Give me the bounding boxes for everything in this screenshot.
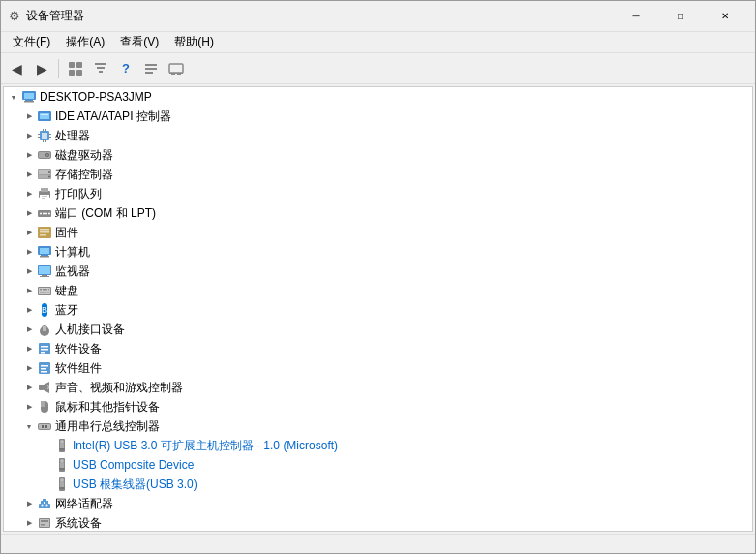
sysdev-icon: [37, 515, 52, 531]
tree-item-storage[interactable]: 存储控制器: [4, 165, 752, 184]
svg-rect-113: [41, 520, 48, 522]
svg-rect-69: [42, 292, 46, 293]
menu-file[interactable]: 文件(F): [5, 32, 58, 52]
audio-toggle[interactable]: [21, 380, 37, 395]
swcomp-label: 软件组件: [55, 360, 102, 377]
maximize-button[interactable]: □: [658, 1, 703, 32]
usb3-toggle: [39, 477, 54, 492]
minimize-button[interactable]: ─: [614, 1, 658, 32]
usb3-label: USB 根集线器(USB 3.0): [73, 477, 197, 493]
tree-item-cpu[interactable]: 处理器: [4, 126, 752, 145]
tree-item-mouse[interactable]: 鼠标和其他指针设备: [4, 397, 752, 416]
menu-help[interactable]: 帮助(H): [166, 32, 222, 52]
cpu-toggle[interactable]: [21, 128, 37, 143]
svg-point-49: [48, 213, 50, 215]
usb-toggle[interactable]: [21, 418, 37, 434]
tree-item-swcomp[interactable]: 软件组件: [4, 358, 752, 378]
ide-toggle[interactable]: [21, 108, 37, 124]
sw-toggle[interactable]: [21, 341, 37, 356]
hid-toggle[interactable]: [21, 322, 37, 337]
svg-rect-77: [41, 346, 48, 348]
usb2-toggle: [39, 457, 54, 473]
swcomp-toggle[interactable]: [21, 360, 37, 376]
net-label: 网络适配器: [55, 496, 113, 512]
monitor-toggle[interactable]: [21, 263, 37, 279]
root-toggle[interactable]: [6, 89, 21, 105]
com-toggle[interactable]: [21, 205, 37, 221]
svg-rect-81: [41, 365, 48, 367]
help-button[interactable]: ?: [114, 57, 137, 80]
tree-item-disk[interactable]: 磁盘驱动器: [4, 145, 752, 165]
net-toggle[interactable]: [21, 496, 37, 511]
svg-rect-30: [45, 140, 46, 142]
svg-rect-61: [40, 276, 49, 277]
svg-rect-79: [41, 352, 45, 354]
svg-rect-27: [43, 129, 44, 131]
device-tree[interactable]: DESKTOP-PSA3JMP IDE ATA/ATAPI 控制器: [3, 86, 753, 532]
svg-rect-1: [76, 62, 82, 68]
update-button[interactable]: [165, 57, 188, 80]
audio-label: 声音、视频和游戏控制器: [55, 380, 183, 396]
svg-rect-60: [42, 275, 47, 276]
properties-button[interactable]: [139, 57, 163, 80]
storage-toggle[interactable]: [21, 167, 37, 182]
svg-rect-57: [40, 256, 49, 258]
tree-item-sysdev[interactable]: 系统设备: [4, 513, 752, 532]
svg-rect-51: [40, 229, 49, 231]
tree-item-ide[interactable]: IDE ATA/ATAPI 控制器: [4, 107, 752, 126]
keyboard-label: 键盘: [55, 283, 78, 299]
tree-item-monitor[interactable]: 监视器: [4, 262, 752, 281]
computer-toggle[interactable]: [21, 244, 37, 260]
tree-item-print[interactable]: 打印队列: [4, 184, 752, 203]
close-button[interactable]: ✕: [703, 1, 747, 32]
back-button[interactable]: ◀: [5, 57, 28, 80]
sysdev-toggle[interactable]: [21, 515, 37, 531]
tree-item-computer[interactable]: 计算机: [4, 242, 752, 262]
tree-item-firmware[interactable]: 固件: [4, 223, 752, 242]
tree-item-usb1[interactable]: Intel(R) USB 3.0 可扩展主机控制器 - 1.0 (Microso…: [4, 436, 752, 455]
storage-icon: [37, 167, 52, 182]
tree-item-audio[interactable]: 声音、视频和游戏控制器: [4, 378, 752, 397]
svg-point-46: [40, 213, 42, 215]
mouse-toggle[interactable]: [21, 399, 37, 415]
title-buttons: ─ □ ✕: [614, 1, 747, 32]
svg-rect-52: [40, 231, 49, 233]
forward-button[interactable]: ▶: [30, 57, 53, 80]
tree-item-usb[interactable]: 通用串行总线控制器: [4, 416, 752, 436]
tree-item-sw[interactable]: 软件设备: [4, 339, 752, 358]
tree-item-hid[interactable]: 人机接口设备: [4, 320, 752, 339]
print-toggle[interactable]: [21, 186, 37, 201]
svg-rect-5: [97, 67, 105, 69]
hid-label: 人机接口设备: [55, 322, 125, 338]
firmware-toggle[interactable]: [21, 225, 37, 240]
keyboard-toggle[interactable]: [21, 283, 37, 298]
svg-rect-96: [59, 448, 65, 450]
svg-rect-64: [40, 289, 42, 291]
bt-label: 蓝牙: [55, 302, 78, 319]
svg-rect-16: [25, 100, 33, 101]
show-hidden-button[interactable]: [64, 57, 87, 80]
tree-item-net[interactable]: 网络适配器: [4, 494, 752, 513]
tree-item-usb3[interactable]: USB 根集线器(USB 3.0): [4, 475, 752, 494]
port-icon: [37, 205, 52, 221]
tree-item-usb2[interactable]: USB Composite Device: [4, 455, 752, 475]
window-icon: ⚙: [9, 10, 20, 22]
tree-item-com[interactable]: 端口 (COM 和 LPT): [4, 203, 752, 223]
toolbar-separator-1: [58, 59, 59, 78]
tree-item-keyboard[interactable]: 键盘: [4, 281, 752, 300]
menu-view[interactable]: 查看(V): [112, 32, 166, 52]
usb1-label: Intel(R) USB 3.0 可扩展主机控制器 - 1.0 (Microso…: [73, 438, 338, 454]
tree-item-bt[interactable]: B 蓝牙: [4, 300, 752, 320]
tree-root[interactable]: DESKTOP-PSA3JMP: [4, 87, 752, 107]
svg-rect-84: [39, 385, 44, 390]
computer-icon: [21, 89, 37, 105]
filter-button[interactable]: [89, 57, 112, 80]
svg-rect-44: [42, 198, 45, 199]
main-area: DESKTOP-PSA3JMP IDE ATA/ATAPI 控制器: [1, 84, 755, 534]
menu-action[interactable]: 操作(A): [58, 32, 112, 52]
keyboard-icon: [37, 283, 52, 298]
bt-toggle[interactable]: [21, 302, 37, 318]
disk-toggle[interactable]: [21, 147, 37, 163]
svg-rect-108: [43, 499, 46, 502]
svg-rect-7: [145, 64, 157, 66]
